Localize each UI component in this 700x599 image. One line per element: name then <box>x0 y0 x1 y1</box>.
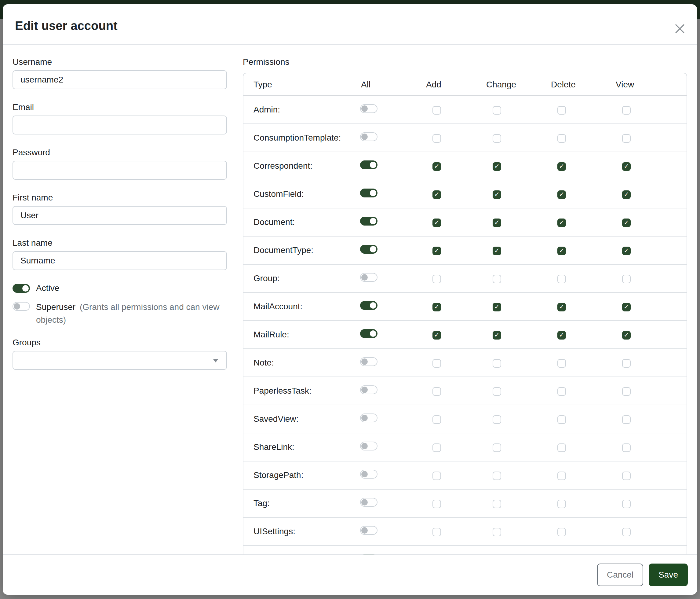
all-switch[interactable] <box>360 189 377 197</box>
delete-checkbox[interactable] <box>557 275 566 283</box>
all-switch[interactable] <box>360 132 377 141</box>
all-switch[interactable] <box>360 385 377 394</box>
change-checkbox[interactable] <box>493 359 501 368</box>
all-switch[interactable] <box>360 441 377 451</box>
add-checkbox[interactable] <box>432 472 441 480</box>
delete-checkbox[interactable] <box>557 444 566 452</box>
view-checkbox[interactable]: ✓ <box>622 162 631 171</box>
add-checkbox[interactable] <box>432 106 441 115</box>
view-checkbox[interactable] <box>622 134 631 143</box>
delete-checkbox[interactable] <box>557 134 566 143</box>
all-switch[interactable] <box>360 413 377 422</box>
change-checkbox[interactable] <box>493 275 501 283</box>
delete-checkbox[interactable]: ✓ <box>557 331 566 339</box>
add-checkbox[interactable] <box>432 275 441 283</box>
add-checkbox[interactable] <box>432 359 441 368</box>
change-checkbox[interactable] <box>493 472 501 480</box>
view-checkbox[interactable] <box>622 528 631 536</box>
change-checkbox[interactable]: ✓ <box>493 190 501 199</box>
all-switch[interactable] <box>360 301 377 310</box>
add-checkbox[interactable] <box>432 500 441 508</box>
view-checkbox[interactable] <box>622 444 631 452</box>
add-checkbox[interactable]: ✓ <box>432 190 441 199</box>
permission-cell <box>360 320 425 349</box>
all-switch[interactable] <box>360 329 377 338</box>
add-checkbox[interactable]: ✓ <box>432 303 441 311</box>
add-checkbox[interactable] <box>432 528 441 536</box>
permission-cell <box>360 489 425 518</box>
permission-cell <box>485 461 550 489</box>
password-field-group: Password <box>12 147 227 180</box>
view-checkbox[interactable] <box>622 415 631 424</box>
change-checkbox[interactable]: ✓ <box>493 162 501 171</box>
view-checkbox[interactable] <box>622 359 631 368</box>
all-switch[interactable] <box>360 273 377 282</box>
save-button[interactable]: Save <box>649 564 688 586</box>
view-checkbox[interactable]: ✓ <box>622 303 631 311</box>
permission-cell <box>425 264 485 292</box>
all-switch[interactable] <box>360 104 377 113</box>
delete-checkbox[interactable] <box>557 500 566 508</box>
view-checkbox[interactable] <box>622 106 631 115</box>
permission-cell <box>485 96 550 124</box>
add-checkbox[interactable] <box>432 415 441 424</box>
view-checkbox[interactable]: ✓ <box>622 218 631 227</box>
view-checkbox[interactable] <box>622 275 631 283</box>
username-input[interactable] <box>12 70 227 89</box>
delete-checkbox[interactable] <box>557 472 566 480</box>
permission-cell <box>425 489 485 518</box>
groups-label: Groups <box>12 337 227 348</box>
change-checkbox[interactable]: ✓ <box>493 218 501 227</box>
email-input[interactable] <box>12 116 227 135</box>
delete-checkbox[interactable]: ✓ <box>557 303 566 311</box>
view-checkbox[interactable]: ✓ <box>622 247 631 255</box>
change-checkbox[interactable] <box>493 444 501 452</box>
delete-checkbox[interactable]: ✓ <box>557 162 566 171</box>
delete-checkbox[interactable] <box>557 415 566 424</box>
view-checkbox[interactable] <box>622 472 631 480</box>
delete-checkbox[interactable] <box>557 528 566 536</box>
add-checkbox[interactable]: ✓ <box>432 218 441 227</box>
cancel-button[interactable]: Cancel <box>597 564 643 586</box>
delete-checkbox[interactable] <box>557 359 566 368</box>
view-checkbox[interactable]: ✓ <box>622 331 631 339</box>
change-checkbox[interactable]: ✓ <box>493 247 501 255</box>
change-checkbox[interactable] <box>493 106 501 115</box>
all-switch[interactable] <box>360 217 377 225</box>
add-checkbox[interactable] <box>432 444 441 452</box>
all-switch[interactable] <box>360 161 377 169</box>
change-checkbox[interactable] <box>493 134 501 143</box>
change-checkbox[interactable] <box>493 528 501 536</box>
change-checkbox[interactable]: ✓ <box>493 331 501 339</box>
delete-checkbox[interactable]: ✓ <box>557 190 566 199</box>
delete-checkbox[interactable] <box>557 387 566 396</box>
all-switch[interactable] <box>360 470 377 479</box>
add-checkbox[interactable] <box>432 134 441 143</box>
change-checkbox[interactable]: ✓ <box>493 303 501 311</box>
change-checkbox[interactable] <box>493 415 501 424</box>
groups-select[interactable] <box>12 351 227 370</box>
view-checkbox[interactable]: ✓ <box>622 190 631 199</box>
active-toggle[interactable] <box>12 284 30 293</box>
delete-checkbox[interactable] <box>557 106 566 115</box>
first-name-input[interactable] <box>12 206 227 225</box>
permission-cell <box>550 377 615 405</box>
all-switch[interactable] <box>360 498 377 507</box>
close-button[interactable] <box>672 21 688 37</box>
change-checkbox[interactable] <box>493 500 501 508</box>
delete-checkbox[interactable]: ✓ <box>557 218 566 227</box>
password-input[interactable] <box>12 161 227 180</box>
add-checkbox[interactable]: ✓ <box>432 247 441 255</box>
all-switch[interactable] <box>360 245 377 254</box>
add-checkbox[interactable]: ✓ <box>432 331 441 339</box>
delete-checkbox[interactable]: ✓ <box>557 247 566 255</box>
superuser-toggle[interactable] <box>12 302 30 311</box>
all-switch[interactable] <box>360 357 377 366</box>
all-switch[interactable] <box>360 526 377 535</box>
view-checkbox[interactable] <box>622 387 631 396</box>
add-checkbox[interactable]: ✓ <box>432 162 441 171</box>
change-checkbox[interactable] <box>493 387 501 396</box>
last-name-input[interactable] <box>12 251 227 270</box>
add-checkbox[interactable] <box>432 387 441 396</box>
view-checkbox[interactable] <box>622 500 631 508</box>
